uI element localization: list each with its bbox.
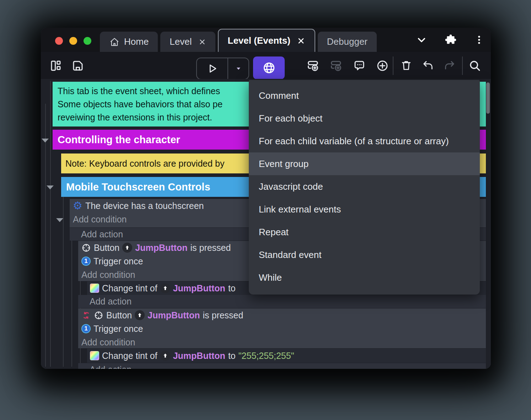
condition-row[interactable]: 1Trigger once: [78, 322, 486, 335]
chevron-down-icon[interactable]: [415, 34, 428, 46]
undo-icon[interactable]: [422, 59, 434, 71]
tab-level-events[interactable]: Level (Events): [218, 29, 315, 52]
add-event-context-menu: CommentFor each objectFor each child var…: [249, 80, 480, 295]
row-text: Trigger once: [93, 324, 143, 334]
add-event-icon[interactable]: [307, 59, 320, 72]
app-window: Home Level Level (Events) Debugger: [41, 28, 491, 369]
row-text: The device has a touchscreen: [85, 201, 204, 211]
row-text: Change tint of: [102, 283, 157, 294]
row-text: to: [228, 283, 236, 294]
menu-item-event-group[interactable]: Event group: [249, 152, 480, 175]
play-icon[interactable]: [197, 63, 227, 75]
collapse-arrow-icon[interactable]: [42, 139, 49, 142]
invert-condition-icon: [81, 311, 91, 320]
add-event-globe-button[interactable]: [253, 56, 285, 79]
addons-puzzle-icon[interactable]: [445, 34, 457, 46]
row-text: Change tint of: [102, 351, 157, 361]
action-row[interactable]: Change tint of JumpButton to "255;255;25…: [87, 349, 486, 363]
divider: [393, 56, 393, 75]
row-text: Button: [106, 310, 132, 321]
trigger-once-icon: 1: [81, 324, 91, 333]
row-text: JumpButton: [148, 310, 200, 321]
menu-item-javascript-code[interactable]: Javascript code: [249, 175, 480, 198]
divider: [462, 56, 463, 75]
row-text: is pressed: [203, 310, 243, 321]
close-window-button[interactable]: [55, 37, 63, 45]
menu-item-while[interactable]: While: [249, 266, 480, 289]
preview-button-group: [196, 58, 249, 80]
redo-icon[interactable]: [444, 59, 456, 71]
search-icon[interactable]: [468, 59, 481, 72]
menu-item-standard-event[interactable]: Standard event: [249, 243, 480, 266]
home-icon: [109, 37, 120, 47]
globe-icon: [262, 61, 276, 75]
tab-debugger[interactable]: Debugger: [318, 32, 377, 52]
tab-label: Home: [124, 36, 149, 47]
tab-label: Level (Events): [228, 35, 290, 46]
kebab-menu-icon[interactable]: [474, 34, 484, 45]
button-object-icon: [81, 243, 91, 253]
add-subevent-icon[interactable]: [330, 59, 343, 72]
jump-arrow-icon: [160, 283, 170, 293]
jump-arrow-icon: [135, 310, 145, 320]
plus-circle-icon[interactable]: [376, 59, 389, 72]
preview-options-caret-icon[interactable]: [228, 65, 248, 72]
event-block[interactable]: Button JumpButton is pressed 1Trigger on…: [78, 308, 486, 348]
add-action-row[interactable]: Add action: [78, 363, 486, 369]
add-condition-link[interactable]: Add condition: [78, 335, 486, 349]
tab-label: Debugger: [327, 36, 368, 47]
delete-icon[interactable]: [400, 59, 412, 71]
tab-level[interactable]: Level: [160, 32, 215, 52]
menu-item-link-external-events[interactable]: Link external events: [249, 198, 480, 221]
close-tab-icon[interactable]: [198, 38, 206, 46]
add-action-link[interactable]: Add action: [81, 229, 123, 239]
row-text: Button: [94, 243, 119, 253]
save-icon[interactable]: [71, 59, 84, 72]
jump-arrow-icon: [160, 351, 170, 361]
row-text: "255;255;255": [238, 351, 294, 361]
title-bar: Home Level Level (Events) Debugger: [41, 28, 491, 52]
add-comment-icon[interactable]: [353, 59, 366, 72]
menu-item-comment[interactable]: Comment: [249, 84, 480, 107]
tab-label: Level: [170, 36, 192, 47]
jump-arrow-icon: [122, 243, 132, 253]
tint-icon: [90, 351, 99, 360]
collapse-arrow-icon[interactable]: [56, 218, 63, 222]
button-object-icon: [94, 311, 103, 320]
close-tab-icon[interactable]: [297, 37, 305, 45]
row-text: JumpButton: [173, 283, 225, 294]
add-action-row[interactable]: Add action: [78, 295, 486, 308]
add-action-link[interactable]: Add action: [90, 365, 132, 369]
note-text: Note: Keyboard controls are provided by: [65, 158, 224, 169]
tab-bar: Home Level Level (Events) Debugger: [100, 28, 398, 52]
tab-home[interactable]: Home: [100, 32, 158, 52]
row-text: is pressed: [190, 243, 231, 253]
menu-item-for-each-object[interactable]: For each object: [249, 107, 480, 130]
menu-item-repeat[interactable]: Repeat: [249, 221, 480, 243]
add-action-link[interactable]: Add action: [90, 296, 132, 307]
row-text: JumpButton: [173, 351, 225, 361]
group-title: Controlling the character: [58, 134, 180, 146]
gear-icon: ⚙: [73, 201, 82, 210]
vertical-scrollbar-thumb[interactable]: [486, 82, 490, 114]
row-text: to: [228, 351, 236, 361]
row-text: JumpButton: [135, 243, 187, 253]
tint-icon: [90, 284, 99, 293]
collapse-arrow-icon[interactable]: [47, 185, 54, 189]
zoom-window-button[interactable]: [84, 37, 91, 45]
group-title: Mobile Touchscreen Controls: [66, 181, 210, 193]
menu-item-for-each-child-variable-of-a-structure-or-array[interactable]: For each child variable (of a structure …: [249, 130, 480, 152]
condition-row[interactable]: Button JumpButton is pressed: [78, 308, 486, 322]
trigger-once-icon: 1: [81, 257, 91, 266]
row-text: Trigger once: [93, 256, 143, 266]
toolbar: [41, 52, 491, 79]
layout-panels-icon[interactable]: [49, 59, 62, 72]
minimize-window-button[interactable]: [69, 37, 77, 45]
